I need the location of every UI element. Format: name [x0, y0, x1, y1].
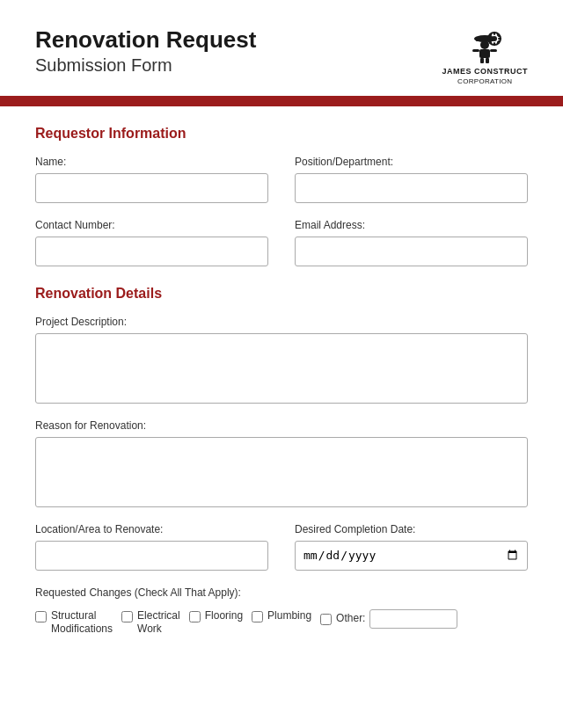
logo-block: JAMES CONSTRUCT CORPORATION [442, 30, 528, 85]
page-container: Renovation Request Submission Form [0, 0, 563, 728]
electrical-checkbox[interactable] [121, 611, 133, 622]
plumbing-checkbox[interactable] [252, 611, 263, 622]
checkboxes-label: Requested Changes (Check All That Apply)… [35, 586, 528, 599]
checkboxes-section: Requested Changes (Check All That Apply)… [35, 586, 528, 637]
logo-icon [464, 30, 506, 65]
svg-rect-5 [490, 49, 497, 52]
contact-email-row: Contact Number: Email Address: [35, 219, 528, 266]
position-group: Position/Department: [295, 156, 528, 203]
flooring-checkbox[interactable] [189, 611, 201, 622]
description-row: Project Description: [35, 316, 528, 404]
svg-rect-6 [480, 58, 484, 63]
position-input[interactable] [295, 173, 528, 203]
email-label: Email Address: [295, 219, 528, 231]
name-label: Name: [35, 156, 268, 168]
position-label: Position/Department: [295, 156, 528, 168]
svg-point-2 [480, 40, 489, 49]
other-label: Other: [336, 612, 365, 626]
date-group: Desired Completion Date: [295, 523, 528, 571]
svg-rect-4 [472, 49, 479, 52]
checkbox-other: Other: [320, 612, 365, 626]
description-textarea[interactable] [35, 333, 528, 404]
location-input[interactable] [35, 541, 268, 571]
contact-group: Contact Number: [35, 219, 268, 266]
name-input[interactable] [35, 173, 268, 203]
svg-rect-13 [498, 38, 501, 40]
reason-row: Reason for Renovation: [35, 419, 528, 507]
flooring-label: Flooring [205, 609, 243, 623]
main-title: Renovation Request [35, 26, 256, 54]
location-date-row: Location/Area to Renovate: Desired Compl… [35, 523, 528, 571]
structural-label: StructuralModifications [51, 609, 113, 637]
renovation-section-title: Renovation Details [35, 286, 528, 302]
contact-label: Contact Number: [35, 219, 268, 231]
reason-label: Reason for Renovation: [35, 419, 528, 432]
reason-textarea[interactable] [35, 437, 528, 507]
email-input[interactable] [295, 237, 528, 266]
electrical-label: ElectricalWork [137, 609, 180, 637]
name-group: Name: [35, 156, 268, 203]
svg-point-9 [492, 36, 497, 41]
title-block: Renovation Request Submission Form [35, 26, 256, 76]
other-checkbox[interactable] [320, 614, 332, 625]
reason-group: Reason for Renovation: [35, 419, 528, 507]
checkbox-flooring: Flooring [189, 609, 243, 623]
description-label: Project Description: [35, 316, 528, 328]
logo-name: JAMES CONSTRUCT [442, 67, 528, 77]
location-group: Location/Area to Renovate: [35, 523, 268, 571]
checkbox-plumbing: Plumbing [252, 609, 311, 623]
checkbox-other-group: Other: [320, 609, 457, 629]
plumbing-label: Plumbing [267, 609, 311, 623]
svg-rect-11 [494, 42, 495, 46]
name-position-row: Name: Position/Department: [35, 156, 528, 203]
svg-rect-7 [486, 58, 489, 63]
description-group: Project Description: [35, 316, 528, 404]
svg-rect-3 [479, 49, 490, 58]
checkbox-electrical: ElectricalWork [121, 609, 180, 637]
checkboxes-row: StructuralModifications ElectricalWork F… [35, 609, 528, 637]
red-divider-bar [0, 96, 563, 106]
svg-rect-10 [494, 32, 495, 35]
location-label: Location/Area to Renovate: [35, 523, 268, 535]
other-text-input[interactable] [369, 609, 457, 629]
checkbox-structural: StructuralModifications [35, 609, 113, 637]
date-label: Desired Completion Date: [295, 523, 528, 535]
structural-checkbox[interactable] [35, 611, 47, 622]
requestor-section-title: Requestor Information [35, 126, 528, 142]
email-group: Email Address: [295, 219, 528, 266]
date-input[interactable] [295, 541, 528, 571]
contact-input[interactable] [35, 237, 268, 266]
sub-title: Submission Form [35, 55, 256, 76]
logo-tagline: CORPORATION [457, 77, 512, 85]
svg-rect-12 [487, 38, 491, 40]
header: Renovation Request Submission Form [35, 26, 528, 85]
